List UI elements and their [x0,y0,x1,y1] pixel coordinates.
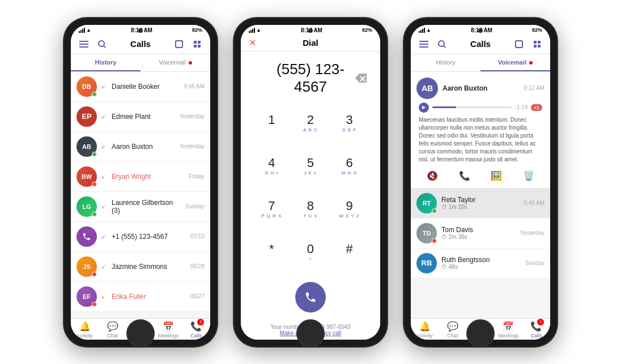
chat-icon-3: 💬 [447,321,458,332]
call-name-jazmine: Jazmine Simmons [112,263,186,271]
nav-calls-1[interactable]: 📞 2 Calls [182,321,210,339]
nav-chat-1[interactable]: 💬 Chat [99,321,126,339]
dial-key-6[interactable]: 6 M N O [330,144,369,187]
status-dot-erika [92,302,97,307]
dial-key-9[interactable]: 9 W X Y Z [330,187,369,230]
dial-key-2[interactable]: 2 A B C [291,101,330,144]
call-back-icon: 📞 [459,170,470,181]
chat-icon-1: 💬 [107,321,118,332]
vm-action-call[interactable]: 📞 [459,170,470,181]
dial-key-3[interactable]: 3 D E F [330,101,369,144]
vm-action-mute[interactable]: 🔇 [427,170,438,181]
vm-duration: -1:14 [515,104,528,110]
left-icons-1 [78,38,108,50]
home-btn-3[interactable] [466,319,495,348]
avatar-wrap-erika: EF [76,286,97,307]
call-item-edmee[interactable]: EP ↙ Edmee Plant Yesterday [71,102,210,132]
nav-calls-3[interactable]: 📞 1 Calls [522,321,550,339]
nav-meetings-1[interactable]: 📅 Meetings [155,321,182,339]
time-2: 8:14 AM [301,27,322,33]
call-time-phone: 07/10 [190,233,205,239]
voicemail-list-3: AB Aaron Buxton 8:12 AM ▶ -1:14 x1 [411,72,550,318]
status-bar-1: ▲ 8:14 AM 82% [71,25,210,35]
call-list-1: DB ↙ Danielle Booker 9:46 AM EP ↙ Ed [71,72,210,318]
svg-rect-1 [79,44,88,45]
tab-history-1[interactable]: History [71,54,141,71]
call-item-danielle[interactable]: DB ↙ Danielle Booker 9:46 AM [71,72,210,102]
vm-progress-bar[interactable] [432,106,512,108]
call-item-phone[interactable]: ↙ +1 (555) 123-4567 07/10 [71,222,210,252]
call-item-bryan[interactable]: BW ↙ Bryan Wright Friday [71,162,210,192]
call-item-aaron[interactable]: AB ↙ Aaron Buxton Yesterday [71,132,210,162]
vm-call-tom[interactable]: TD Tom Davis ⏱ 2m 36s Yesterday [411,219,550,249]
header-title-1: Calls [130,39,151,49]
wifi-icon-1: ▲ [86,27,91,33]
call-item-laurence[interactable]: LG ↙ Laurence Gilbertson (3) Sunday [71,192,210,222]
call-name-erika: Erika Fuller [112,293,186,301]
dial-call-button[interactable] [295,282,326,312]
tab-voicemail-1[interactable]: Voicemail [141,54,210,71]
nav-chat-3[interactable]: 💬 Chat [439,321,466,339]
home-btn-1[interactable] [126,319,155,348]
wifi-icon-3: ▲ [426,27,431,33]
avatar-ruth: RB [416,253,437,273]
svg-point-3 [99,41,104,46]
dial-close-btn[interactable]: ✕ [249,37,256,48]
square-icon-3[interactable] [513,38,525,50]
dial-key-star[interactable]: * [252,230,291,273]
nav-activity-1[interactable]: 🔔 Activity [71,321,99,339]
vm-action-delete[interactable]: 🗑️ [523,170,534,181]
call-type-icon-phone: ↙ [101,234,106,239]
hamburger-icon-3[interactable] [418,38,430,50]
call-type-icon-erika: ↙ [101,294,106,299]
header-title-3: Calls [470,39,491,49]
signal-bars-2 [249,27,255,33]
vm-action-image[interactable]: 🖼️ [491,170,502,181]
dial-key-5[interactable]: 5 J K L [291,144,330,187]
call-time-aaron: Yesterday [180,143,205,149]
svg-rect-18 [534,45,537,48]
square-icon[interactable] [173,38,185,50]
phone-3-screen: ▲ 8:14 AM 82% Calls [411,25,550,340]
svg-rect-6 [194,41,197,44]
header-1: Calls [71,35,210,54]
status-bar-2: ▲ 8:14 AM 82% [241,25,380,35]
dial-key-1[interactable]: 1 [252,101,291,144]
dial-key-8[interactable]: 8 T U V [291,187,330,230]
tab-voicemail-3[interactable]: Voicemail [480,54,550,71]
call-item-jazmine[interactable]: JS ↙ Jazmine Simmons 06/28 [71,252,210,282]
svg-rect-19 [538,45,541,48]
avatar-edmee: EP [76,106,97,127]
call-type-icon-danielle: ↙ [101,84,106,89]
vm-play-btn[interactable]: ▶ [419,102,429,113]
header-3: Calls [411,35,550,54]
call-name-danielle: Danielle Booker [112,83,179,91]
search-icon-3[interactable] [436,38,448,50]
hamburger-icon[interactable] [78,38,90,50]
call-type-icon-bryan: ↙ [101,174,106,179]
grid-icon-3[interactable] [531,38,543,50]
dial-key-7[interactable]: 7 P Q R S [252,187,291,230]
call-info-erika: Erika Fuller [112,293,186,301]
nav-activity-3[interactable]: 🔔 Activity [411,321,439,339]
call-time-danielle: 9:46 AM [184,83,205,89]
vm-call-reta[interactable]: RT Reta Taylor ⏱ 1m 20s 9:46 AM [411,189,550,219]
dial-key-0[interactable]: 0 + [291,230,330,273]
vm-call-ruth[interactable]: RB Ruth Bengtsson ⏱ 48s Sunday [411,249,550,279]
svg-rect-10 [419,41,428,42]
dial-key-4[interactable]: 4 G H I [252,144,291,187]
status-dot-laurence [92,212,97,217]
grid-icon[interactable] [191,38,203,50]
left-icons-3 [418,38,448,50]
nav-meetings-3[interactable]: 📅 Meetings [495,321,522,339]
search-icon-1[interactable] [96,38,108,50]
backspace-btn[interactable] [353,70,369,86]
call-info-phone: +1 (555) 123-4567 [112,233,186,241]
vm-call-dur-reta: ⏱ 1m 20s [441,204,519,210]
dial-key-hash[interactable]: # [330,230,369,273]
tab-history-3[interactable]: History [411,54,480,71]
meetings-icon-3: 📅 [503,321,514,332]
call-item-erika[interactable]: EF ↙ Erika Fuller 06/27 [71,282,210,312]
home-btn-2[interactable] [296,319,325,348]
status-dot-reta [432,208,437,213]
